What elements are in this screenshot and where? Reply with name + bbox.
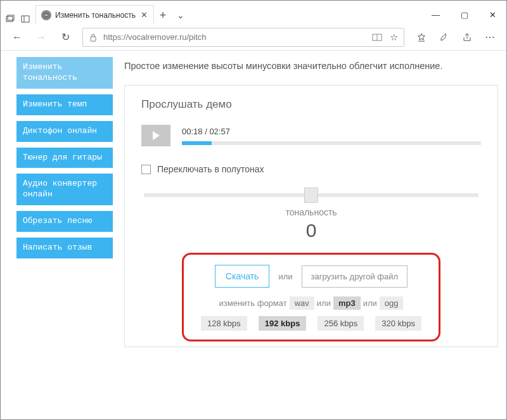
back-button[interactable]: ← <box>6 28 28 47</box>
reader-icon[interactable] <box>371 33 383 42</box>
close-window-button[interactable]: ✕ <box>478 5 507 24</box>
upload-another-button[interactable]: загрузить другой файл <box>302 265 408 288</box>
semitone-checkbox-row[interactable]: Переключать в полутонах <box>141 164 481 174</box>
address-bar[interactable]: https://vocalremover.ru/pitch ☆ <box>82 28 404 47</box>
checkbox-icon[interactable] <box>141 165 151 174</box>
page-subtitle: Простое изменение высоты минусовки значи… <box>124 61 498 71</box>
notes-icon[interactable] <box>433 28 455 47</box>
demo-panel: Прослушать демо 00:18 / 02:57 Переключат… <box>124 85 498 347</box>
sidebar-item-2[interactable]: Диктофон онлайн <box>16 121 113 142</box>
new-tab-button[interactable]: + <box>154 6 172 24</box>
svg-rect-5 <box>91 37 96 41</box>
share-icon[interactable] <box>456 28 478 47</box>
maximize-button[interactable]: ▢ <box>450 5 478 24</box>
sidebar-item-6[interactable]: Написать отзыв <box>16 238 113 258</box>
windows-icon[interactable] <box>5 14 15 24</box>
window-titlebar: Изменить тональность ✕ + ⌄ — ▢ ✕ <box>0 0 507 24</box>
sidebar-item-3[interactable]: Тюнер для гитары <box>16 148 113 169</box>
audio-player: 00:18 / 02:57 <box>141 125 481 146</box>
favicon-icon <box>41 10 51 20</box>
sidebar-item-5[interactable]: Обрезать песню <box>16 211 113 232</box>
play-button[interactable] <box>141 125 170 146</box>
favorites-list-icon[interactable] <box>411 28 432 47</box>
url-text: https://vocalremover.ru/pitch <box>103 32 367 42</box>
lock-icon <box>87 33 99 42</box>
main-content: Простое изменение высоты минусовки значи… <box>124 57 498 414</box>
format-or: или <box>363 298 377 308</box>
pitch-slider[interactable] <box>144 193 478 197</box>
format-label: изменить формат <box>219 298 287 308</box>
download-section: Скачать или загрузить другой файл измени… <box>182 253 440 341</box>
bitrate-option[interactable]: 320 kbps <box>375 316 421 331</box>
sidebar-item-0[interactable]: Изменить тональность <box>16 57 113 89</box>
sidebar-item-1[interactable]: Изменить темп <box>16 94 113 115</box>
bitrate-option[interactable]: 192 kbps <box>259 316 307 331</box>
tab-actions-icon[interactable]: ⌄ <box>172 6 189 24</box>
tab-title: Изменить тональность <box>55 11 136 20</box>
download-button[interactable]: Скачать <box>215 265 270 288</box>
format-option-ogg[interactable]: ogg <box>380 296 404 310</box>
browser-tab[interactable]: Изменить тональность ✕ <box>35 5 154 24</box>
checkbox-label: Переключать в полутонах <box>157 164 264 174</box>
or-text: или <box>278 272 292 281</box>
slider-thumb[interactable] <box>304 188 318 203</box>
progress-bar[interactable] <box>182 141 481 145</box>
format-option-mp3[interactable]: mp3 <box>333 296 361 310</box>
bitrate-option[interactable]: 256 kbps <box>318 316 364 331</box>
format-or: или <box>317 298 331 308</box>
close-tab-icon[interactable]: ✕ <box>139 11 148 20</box>
player-time: 00:18 / 02:57 <box>182 127 481 136</box>
svg-rect-2 <box>22 16 29 22</box>
favorite-icon[interactable]: ☆ <box>387 32 400 43</box>
forward-button: → <box>30 28 52 47</box>
format-option-wav[interactable]: wav <box>290 296 314 310</box>
sidebar-item-4[interactable]: Аудио конвертер онлайн <box>16 174 113 205</box>
minimize-button[interactable]: — <box>421 5 450 24</box>
slider-value: 0 <box>141 220 481 241</box>
slider-label: тональность <box>141 207 481 217</box>
sidebar: Изменить тональностьИзменить темпДиктофо… <box>16 57 113 414</box>
browser-toolbar: ← → ↻ https://vocalremover.ru/pitch ☆ ⋯ <box>0 24 507 51</box>
panel-title: Прослушать демо <box>141 98 481 111</box>
bitrate-option[interactable]: 128 kbps <box>201 316 247 331</box>
bitrate-row: 128 kbps192 kbps256 kbps320 kbps <box>195 316 427 331</box>
sidebar-toggle-icon[interactable] <box>20 14 30 24</box>
more-icon[interactable]: ⋯ <box>479 28 501 47</box>
format-row: изменить форматwavилиmp3илиogg <box>195 296 427 310</box>
refresh-button[interactable]: ↻ <box>55 28 76 47</box>
